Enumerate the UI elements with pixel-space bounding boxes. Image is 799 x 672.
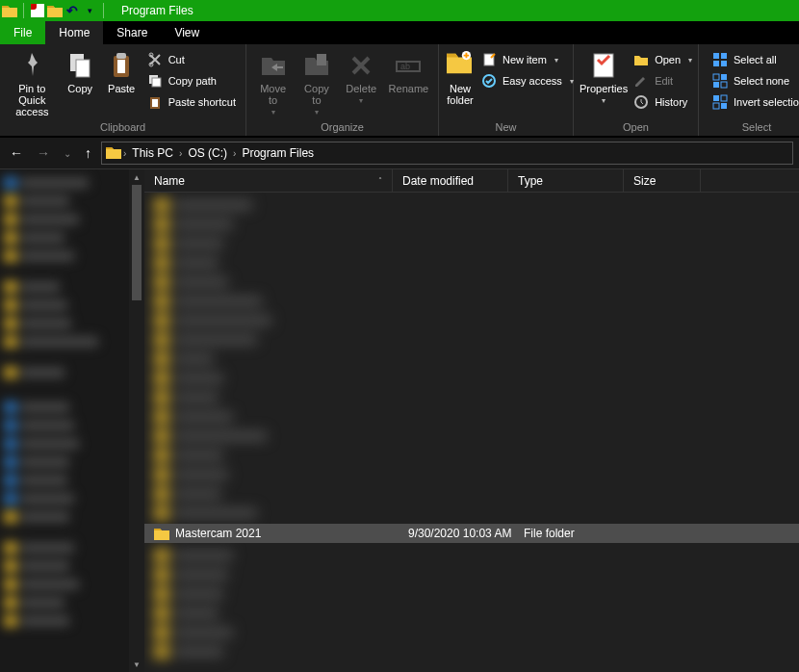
folder-icon (154, 527, 169, 540)
scroll-down-icon[interactable]: ▼ (129, 657, 144, 672)
chevron-right-icon[interactable]: › (123, 148, 126, 159)
copy-path-button[interactable]: Copy path (143, 71, 240, 90)
table-row-selected[interactable]: Mastercam 2021 9/30/2020 10:03 AM File f… (144, 524, 799, 543)
delete-icon (346, 50, 376, 81)
group-label-clipboard: Clipboard (0, 119, 245, 136)
column-headers: Name˄ Date modified Type Size (144, 169, 799, 193)
copy-path-icon (147, 73, 163, 89)
recent-locations-button[interactable]: ⌄ (60, 146, 75, 161)
tab-view[interactable]: View (161, 21, 213, 44)
new-folder-button[interactable]: New folder (445, 48, 476, 119)
row-type: File folder (524, 527, 639, 540)
svg-rect-22 (721, 61, 727, 66)
tab-file[interactable]: File (0, 21, 45, 44)
svg-rect-27 (713, 95, 719, 101)
group-label-open: Open (574, 119, 698, 136)
column-header-type[interactable]: Type (508, 169, 624, 192)
paste-shortcut-icon (147, 94, 163, 110)
new-folder-icon (445, 50, 476, 81)
select-none-button[interactable]: Select none (709, 71, 799, 90)
new-item-button[interactable]: New item▾ (477, 50, 578, 69)
svg-rect-19 (713, 53, 719, 59)
tab-home[interactable]: Home (45, 21, 103, 44)
svg-rect-25 (713, 82, 719, 88)
open-button[interactable]: Open▾ (630, 50, 696, 69)
column-header-name[interactable]: Name˄ (144, 169, 393, 192)
invert-selection-icon (712, 94, 728, 110)
new-item-icon (481, 52, 497, 67)
column-header-size[interactable]: Size (624, 169, 701, 192)
ribbon: Pin to Quick access Copy Paste Cut (0, 44, 799, 137)
scissors-icon (147, 52, 163, 67)
row-date: 9/30/2020 10:03 AM (408, 527, 524, 540)
copy-to-icon (301, 50, 332, 81)
svg-text:ab: ab (400, 62, 410, 71)
pin-to-quick-access-button[interactable]: Pin to Quick access (6, 48, 59, 119)
breadcrumb-this-pc[interactable]: This PC (128, 146, 177, 160)
window-title: Program Files (121, 4, 193, 17)
svg-rect-30 (713, 103, 719, 109)
paste-icon (106, 50, 137, 81)
sort-asc-icon: ˄ (378, 176, 382, 185)
invert-selection-button[interactable]: Invert selection (709, 92, 799, 112)
rename-button[interactable]: ab Rename (385, 48, 432, 119)
svg-rect-20 (721, 53, 727, 59)
svg-rect-28 (721, 103, 727, 109)
move-to-icon (258, 50, 289, 81)
save-icon[interactable] (30, 3, 45, 18)
easy-access-button[interactable]: Easy access▾ (477, 71, 578, 90)
cut-button[interactable]: Cut (143, 50, 240, 69)
tab-share[interactable]: Share (103, 21, 161, 44)
properties-button[interactable]: Properties▾ (580, 48, 628, 119)
delete-button[interactable]: Delete▾ (340, 48, 383, 119)
svg-rect-21 (713, 61, 719, 66)
chevron-right-icon[interactable]: › (179, 148, 182, 159)
group-label-select: Select (699, 119, 799, 136)
svg-rect-23 (713, 74, 719, 80)
history-button[interactable]: History (630, 92, 696, 112)
svg-rect-8 (152, 78, 161, 87)
svg-rect-29 (721, 95, 727, 101)
ribbon-tabs: File Home Share View (0, 21, 799, 44)
edit-button[interactable]: Edit (630, 71, 696, 90)
file-list: Name˄ Date modified Type Size (144, 169, 799, 672)
navigation-bar: ← → ⌄ ↑ › This PC › OS (C:) › Program Fi… (0, 137, 799, 169)
scroll-up-icon[interactable]: ▲ (129, 169, 144, 185)
back-button[interactable]: ← (6, 143, 27, 163)
easy-access-icon (481, 73, 497, 89)
copy-button[interactable]: Copy (61, 48, 100, 119)
row-name: Mastercam 2021 (175, 527, 408, 540)
select-all-button[interactable]: Select all (709, 50, 799, 69)
address-bar[interactable]: › This PC › OS (C:) › Program Files (101, 142, 793, 165)
select-all-icon (712, 52, 728, 67)
breadcrumb-drive[interactable]: OS (C:) (184, 146, 231, 160)
rename-icon: ab (393, 50, 424, 81)
paste-button[interactable]: Paste (102, 48, 142, 119)
move-to-button[interactable]: Move to▾ (252, 48, 294, 119)
chevron-right-icon[interactable]: › (233, 148, 236, 159)
svg-rect-17 (594, 54, 613, 77)
app-folder-icon (2, 3, 17, 18)
qat-caret-icon[interactable]: ▾ (82, 3, 97, 18)
properties-icon (588, 50, 619, 81)
svg-rect-3 (117, 60, 125, 73)
copy-to-button[interactable]: Copy to▾ (296, 48, 337, 119)
paste-shortcut-button[interactable]: Paste shortcut (143, 92, 240, 112)
undo-icon[interactable]: ↶ (64, 3, 80, 18)
breadcrumb-folder[interactable]: Program Files (238, 146, 318, 160)
up-button[interactable]: ↑ (81, 143, 95, 163)
column-header-date[interactable]: Date modified (393, 169, 508, 192)
group-label-organize: Organize (246, 119, 438, 136)
forward-button[interactable]: → (33, 143, 54, 163)
svg-rect-10 (152, 99, 158, 107)
sidebar-scrollbar[interactable]: ▲ ▼ (129, 169, 144, 672)
window-titlebar: ↶ ▾ Program Files (0, 0, 799, 21)
copy-icon (64, 50, 95, 81)
scrollbar-thumb[interactable] (132, 185, 142, 300)
group-label-new: New (439, 119, 573, 136)
pin-icon (16, 50, 47, 81)
qat-folder-icon[interactable] (47, 3, 63, 18)
navigation-pane[interactable]: ▲ ▼ (0, 169, 144, 672)
svg-rect-1 (76, 60, 90, 77)
select-none-icon (712, 73, 728, 89)
